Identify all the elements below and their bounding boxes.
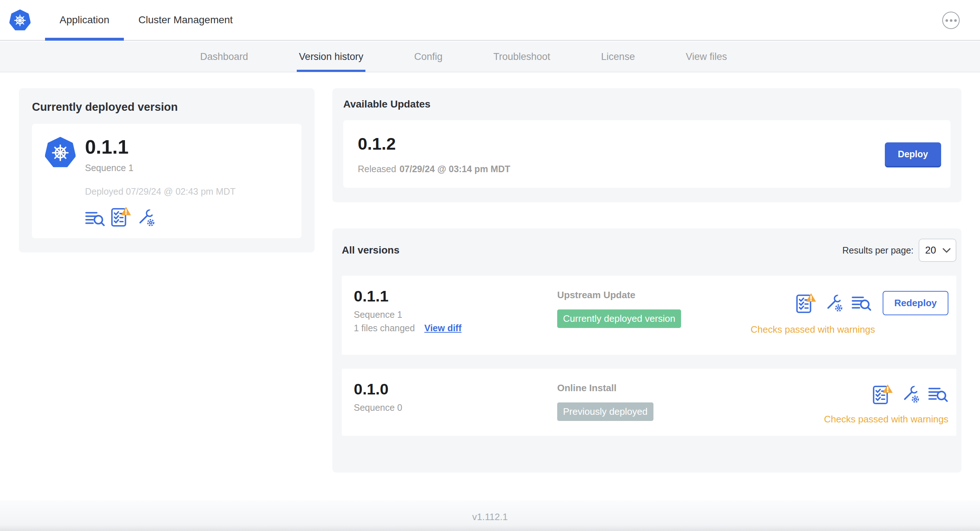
header-tabs: Application Cluster Management bbox=[45, 0, 247, 40]
update-version-number: 0.1.2 bbox=[358, 134, 510, 154]
more-options-button[interactable] bbox=[942, 12, 960, 29]
current-sequence-label: Sequence 1 bbox=[85, 163, 236, 173]
subnav-tab-troubleshoot[interactable]: Troubleshoot bbox=[491, 41, 552, 72]
available-update-row: 0.1.2 Released07/29/24 @ 03:14 pm MDT De… bbox=[343, 120, 951, 188]
deployment-status-badge: Previously deployed bbox=[557, 402, 654, 421]
subnav-tab-dashboard[interactable]: Dashboard bbox=[198, 41, 250, 72]
config-icon[interactable] bbox=[824, 294, 843, 313]
preflight-checks-warning-icon[interactable] bbox=[795, 293, 816, 314]
logs-icon[interactable] bbox=[851, 294, 872, 312]
config-icon[interactable] bbox=[137, 208, 156, 227]
preflight-checks-warning-icon[interactable] bbox=[110, 206, 132, 227]
logs-icon[interactable] bbox=[928, 386, 948, 403]
all-versions-title: All versions bbox=[342, 245, 399, 256]
currently-deployed-card: Currently deployed version 0.1.1 Sequenc… bbox=[19, 88, 315, 253]
view-diff-link[interactable]: View diff bbox=[424, 323, 461, 334]
app-subnav: Dashboard Version history Config Trouble… bbox=[0, 41, 980, 72]
kubernetes-logo bbox=[45, 136, 76, 168]
app-header: Application Cluster Management bbox=[0, 0, 980, 41]
row-actions: Redeploy bbox=[795, 291, 948, 315]
all-versions-card: All versions Results per page: 20 0.1.1 … bbox=[332, 229, 961, 472]
redeploy-button[interactable]: Redeploy bbox=[883, 291, 948, 315]
deployment-status-badge: Currently deployed version bbox=[557, 310, 681, 328]
warning-triangle-icon bbox=[883, 384, 893, 393]
warning-triangle-icon bbox=[121, 207, 131, 215]
current-version-actions bbox=[85, 206, 236, 227]
app-footer: v1.112.1 bbox=[0, 501, 980, 531]
tab-application[interactable]: Application bbox=[45, 0, 124, 40]
subnav-tab-version-history[interactable]: Version history bbox=[297, 41, 366, 72]
subnav-tab-license[interactable]: License bbox=[599, 41, 637, 72]
all-versions-header: All versions Results per page: 20 bbox=[342, 238, 956, 262]
row-sequence-label: Sequence 1 bbox=[354, 310, 557, 320]
update-released-timestamp: Released07/29/24 @ 03:14 pm MDT bbox=[358, 164, 510, 174]
checks-status-text: Checks passed with warnings bbox=[751, 324, 875, 335]
available-updates-card: Available Updates 0.1.2 Released07/29/24… bbox=[332, 88, 961, 202]
row-source-label: Upstream Update bbox=[557, 289, 751, 301]
version-row: 0.1.0 Sequence 0 Online Install Previous… bbox=[342, 369, 956, 436]
preflight-checks-warning-icon[interactable] bbox=[872, 384, 893, 405]
row-files-changed: 1 files changed bbox=[354, 323, 415, 334]
deploy-button[interactable]: Deploy bbox=[885, 142, 941, 166]
row-source-label: Online Install bbox=[557, 382, 824, 394]
current-deployed-timestamp: Deployed 07/29/24 @ 02:43 pm MDT bbox=[85, 186, 236, 197]
version-row: 0.1.1 Sequence 1 1 files changed View di… bbox=[342, 276, 956, 355]
row-sequence-label: Sequence 0 bbox=[354, 402, 557, 413]
subnav-tab-config[interactable]: Config bbox=[412, 41, 445, 72]
results-per-page: Results per page: 20 bbox=[842, 238, 956, 262]
row-version-number: 0.1.0 bbox=[354, 381, 557, 397]
row-version-number: 0.1.1 bbox=[354, 288, 557, 304]
footer-version: v1.112.1 bbox=[472, 511, 508, 523]
warning-triangle-icon bbox=[806, 293, 816, 302]
results-per-page-label: Results per page: bbox=[842, 245, 913, 256]
version-history-page: Application Cluster Management Dashboard… bbox=[0, 0, 980, 531]
currently-deployed-version-card: 0.1.1 Sequence 1 Deployed 07/29/24 @ 02:… bbox=[32, 124, 301, 238]
config-icon[interactable] bbox=[901, 385, 920, 404]
subnav-tab-view-files[interactable]: View files bbox=[684, 41, 729, 72]
checks-status-text: Checks passed with warnings bbox=[824, 414, 949, 425]
chevron-down-icon bbox=[943, 248, 951, 253]
kubernetes-logo bbox=[10, 0, 30, 40]
more-options-icon bbox=[945, 19, 948, 22]
results-per-page-select[interactable]: 20 bbox=[919, 238, 956, 262]
current-version-number: 0.1.1 bbox=[85, 136, 236, 157]
currently-deployed-title: Currently deployed version bbox=[32, 100, 301, 114]
version-rows: 0.1.1 Sequence 1 1 files changed View di… bbox=[342, 276, 956, 436]
row-actions bbox=[872, 384, 948, 405]
tab-cluster-management[interactable]: Cluster Management bbox=[124, 0, 247, 40]
logs-icon[interactable] bbox=[85, 210, 105, 227]
available-updates-title: Available Updates bbox=[343, 99, 951, 110]
